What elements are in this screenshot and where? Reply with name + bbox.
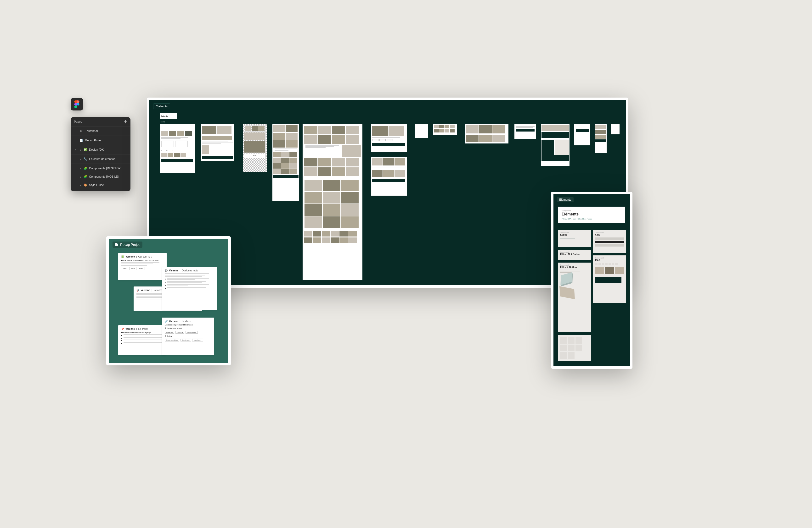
page-item-comp-desktop[interactable]: ↳ 🧩 Components [DESKTOP] bbox=[71, 164, 130, 172]
checkmark-icon: ✓ bbox=[74, 148, 77, 151]
palette-icon: 🎨 bbox=[83, 183, 87, 187]
chip[interactable]: Planning bbox=[175, 331, 184, 334]
pages-title: Pages bbox=[74, 120, 82, 123]
card-lead: Les docs qui pourraient t'intéresser bbox=[165, 324, 211, 326]
chip[interactable]: Benchmark bbox=[180, 338, 191, 342]
subpage-arrow-icon: ↳ bbox=[79, 167, 82, 170]
chip[interactable]: Recommandation bbox=[165, 338, 179, 342]
section-label: Gabarits bbox=[160, 113, 177, 119]
add-page-icon[interactable] bbox=[124, 120, 127, 123]
artboard-transparent[interactable]: CTA bbox=[243, 124, 267, 172]
title: Éléments bbox=[562, 212, 622, 216]
panel-filter-not[interactable]: Composant Filter / Not Button bbox=[558, 250, 591, 260]
megaphone-icon: 📢 bbox=[136, 289, 139, 291]
figma-logo bbox=[71, 98, 83, 110]
artboard[interactable] bbox=[611, 124, 620, 134]
card-liens[interactable]: 🔗Varenne|Les liens Les docs qui pourraie… bbox=[162, 318, 214, 355]
artboard[interactable] bbox=[201, 124, 234, 161]
chip[interactable]: Moodboard bbox=[192, 338, 203, 342]
link-icon: 🔗 bbox=[165, 320, 168, 322]
breadcrumb: Filtre / CTA / Icon / Checkbox / Logo bbox=[562, 218, 622, 220]
page-item-creation[interactable]: ↳ 🔧 En cours de création bbox=[71, 154, 130, 163]
subpage-arrow-icon: ↳ bbox=[79, 157, 82, 161]
panel-logos[interactable]: Composant Logos bbox=[558, 230, 591, 247]
page-label: Design [OK] bbox=[89, 148, 105, 151]
image-icon: 🖼 bbox=[79, 130, 83, 133]
artboard-home[interactable]: Home bbox=[160, 124, 194, 174]
page-label: Components [MOBILE] bbox=[89, 175, 118, 178]
subpage-arrow-icon: ↳ bbox=[79, 184, 82, 187]
artboard[interactable] bbox=[514, 124, 536, 139]
recap-tab: Recap Projet bbox=[113, 242, 142, 248]
pages-header: Pages bbox=[71, 117, 130, 126]
card-projet[interactable]: 📌Varenne|Le projet Personnes qui travail… bbox=[118, 325, 166, 355]
chip[interactable]: Roadmap bbox=[165, 331, 174, 334]
isometric-mock bbox=[560, 286, 575, 299]
artboard[interactable] bbox=[371, 124, 407, 152]
page-label: Components [DESKTOP] bbox=[89, 167, 121, 170]
artboard[interactable] bbox=[433, 124, 457, 135]
card-who[interactable]: 📗Varenne|Qui sont-ils ? Acteur majeur de… bbox=[118, 253, 166, 280]
pin-icon: 📌 bbox=[121, 328, 124, 330]
puzzle-icon: 🧩 bbox=[83, 175, 87, 178]
page-label: Thumbnail bbox=[85, 130, 98, 133]
document-icon bbox=[115, 243, 118, 246]
panel-misc[interactable] bbox=[558, 335, 591, 361]
recap-title: Recap Projet bbox=[120, 243, 140, 246]
recap-window[interactable]: Recap Projet 📗Varenne|Qui sont-ils ? Act… bbox=[106, 236, 231, 365]
page-label: Style Guide bbox=[89, 183, 104, 187]
elements-header: Composants Éléments Filtre / CTA / Icon … bbox=[558, 207, 625, 223]
section-tag-gabarits: Gabarits bbox=[153, 103, 170, 109]
subpage-arrow-icon: ↳ bbox=[79, 148, 82, 151]
speech-icon: 💬 bbox=[165, 269, 168, 272]
isometric-mock bbox=[561, 272, 572, 285]
card-subtitle: Personnes qui travaillent sur le projet bbox=[121, 332, 163, 333]
pages-panel: Pages 🖼 Thumbnail 📄 Recap Projet ✓ ↳ ✅ D… bbox=[71, 117, 130, 191]
panel-icon[interactable]: Composant Icon bbox=[593, 255, 626, 303]
chip[interactable]: Arborescence bbox=[186, 331, 198, 334]
artboard[interactable] bbox=[371, 157, 407, 196]
card-mots[interactable]: 💬Varenne|Quelques mots bbox=[162, 267, 217, 310]
page-item-thumbnail[interactable]: 🖼 Thumbnail bbox=[71, 126, 130, 135]
svg-point-0 bbox=[77, 103, 79, 106]
section-tag-elements: Éléments bbox=[557, 197, 574, 202]
dark-sample bbox=[595, 277, 621, 283]
artboard[interactable] bbox=[541, 124, 569, 166]
figma-icon bbox=[74, 101, 79, 108]
artboard[interactable] bbox=[465, 124, 508, 144]
artboard[interactable] bbox=[574, 124, 590, 146]
card-subtitle: Acteur majeur de l'immobilier de Luxe Pa… bbox=[121, 259, 164, 261]
artboard[interactable] bbox=[415, 124, 428, 138]
page-label: Recap Projet bbox=[85, 139, 102, 142]
chip: Invest bbox=[137, 267, 145, 270]
page-item-recap[interactable]: 📄 Recap Projet bbox=[71, 136, 130, 145]
document-icon: 📄 bbox=[79, 139, 83, 142]
puzzle-icon: 🧩 bbox=[83, 167, 87, 170]
artboard-listing[interactable] bbox=[303, 124, 362, 280]
artboard-title: Home bbox=[160, 121, 165, 123]
elements-window[interactable]: Éléments Composants Éléments Filtre / CT… bbox=[551, 192, 633, 369]
wrench-icon: 🔧 bbox=[83, 157, 87, 161]
check-icon: ✅ bbox=[83, 148, 87, 151]
page-item-comp-mobile[interactable]: ↳ 🧩 Components [MOBILE] bbox=[71, 172, 130, 181]
chip: Vente bbox=[121, 267, 128, 270]
panel-filter-button[interactable]: Composant Filter & Button bbox=[558, 262, 591, 332]
overline: Composants bbox=[562, 210, 622, 212]
logo-sample bbox=[560, 238, 575, 241]
artboard[interactable] bbox=[595, 124, 607, 153]
artboard[interactable] bbox=[272, 124, 299, 201]
book-icon: 📗 bbox=[121, 255, 124, 258]
subpage-arrow-icon: ↳ bbox=[79, 175, 82, 178]
chip: Achat bbox=[129, 267, 136, 270]
page-item-styleguide[interactable]: ↳ 🎨 Style Guide bbox=[71, 181, 130, 189]
page-item-design-ok[interactable]: ✓ ↳ ✅ Design [OK] bbox=[71, 145, 130, 154]
panel-cta[interactable]: Composant CTA bbox=[593, 230, 626, 253]
page-label: En cours de création bbox=[89, 157, 115, 161]
